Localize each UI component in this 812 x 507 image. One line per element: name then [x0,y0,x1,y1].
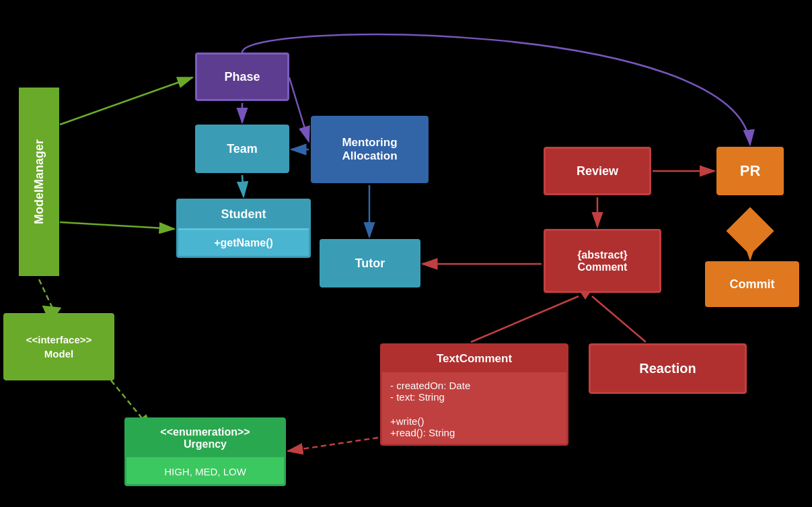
model-line2: Model [44,347,73,361]
abstract-comment-line1: {abstract} [577,249,628,261]
svg-line-12 [289,77,309,141]
urgency-box: <<enumeration>>Urgency HIGH, MED, LOW [124,417,286,486]
abstract-comment-box: {abstract} Comment [544,229,661,293]
diagram-container: ModelManager Phase Team Student +getName… [0,0,812,507]
pr-label: PR [740,162,761,180]
commit-box: Commit [705,261,799,307]
text-comment-methods: +write() +read(): String [382,408,566,444]
team-box: Team [195,125,289,173]
svg-line-10 [39,279,54,311]
tc-attr-1: - createdOn: Date [390,380,558,391]
text-comment-box: TextComment - createdOn: Date - text: St… [380,343,568,446]
svg-line-21 [592,296,646,342]
student-box: Student +getName() [176,199,311,258]
pr-diamond [727,207,774,255]
student-name: Student [178,201,309,228]
commit-label: Commit [730,277,775,292]
tc-method-2: +read(): String [390,427,558,438]
tutor-box: Tutor [320,239,420,288]
model-interface-box: <<interface>> Model [3,313,114,380]
text-comment-header: TextComment [382,345,566,372]
svg-line-9 [60,222,174,229]
tutor-label: Tutor [355,257,385,271]
tc-attr-2: - text: String [390,391,558,403]
review-box: Review [544,147,651,195]
model-manager-label: ModelManager [32,139,46,224]
text-comment-attrs: - createdOn: Date - text: String [382,372,566,408]
phase-box: Phase [195,53,289,101]
urgency-header: <<enumeration>>Urgency [126,419,284,457]
model-manager-box: ModelManager [19,88,59,276]
mentoring-label: MentoringAllocation [342,136,397,163]
urgency-values: HIGH, MED, LOW [126,457,284,484]
reaction-label: Reaction [639,361,696,376]
svg-line-23 [288,438,378,451]
abstract-comment-line2: Comment [578,261,628,273]
model-line1: <<interface>> [26,333,92,347]
team-label: Team [227,142,258,156]
svg-line-8 [60,77,192,125]
mentoring-allocation-box: MentoringAllocation [311,116,429,183]
svg-line-20 [471,296,579,342]
review-label: Review [577,164,618,178]
reaction-box: Reaction [589,343,747,394]
phase-label: Phase [224,70,260,84]
svg-line-13 [242,175,244,197]
pr-box: PR [716,147,784,195]
student-method: +getName() [178,228,309,256]
tc-method-1: +write() [390,415,558,427]
